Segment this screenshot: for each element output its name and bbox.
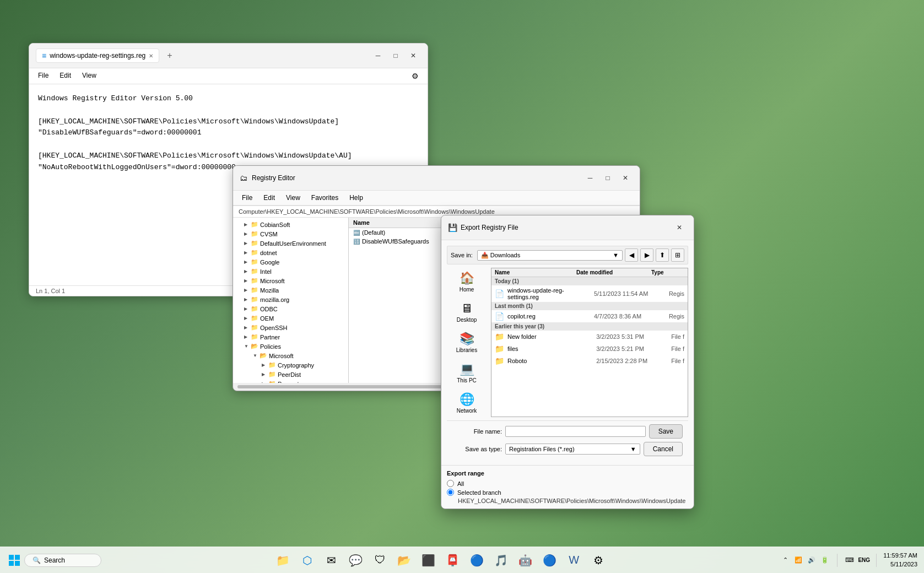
tree-item-cvsm[interactable]: ▶ 📁 CVSM — [233, 229, 348, 239]
taskbar-search[interactable]: 🔍 Search — [24, 554, 101, 567]
export-range-selected-radio[interactable] — [447, 489, 454, 496]
notepad-tab[interactable]: ≡ windows-update-reg-settings.reg ✕ — [36, 48, 159, 63]
tree-arrow-dotnet[interactable]: ▶ — [244, 250, 251, 255]
regedit-maximize-button[interactable]: □ — [600, 170, 615, 186]
taskbar-app-edge[interactable]: ⬡ — [296, 549, 318, 571]
tree-item-policies-microsoft[interactable]: ▼ 📂 Microsoft — [233, 351, 348, 360]
sidebar-nav-home[interactable]: 🏠 Home — [447, 268, 487, 296]
tray-volume-icon[interactable]: 🔊 — [806, 555, 817, 566]
taskbar-app-spotify[interactable]: 🎵 — [490, 549, 512, 571]
tree-item-odbc[interactable]: ▶ 📁 ODBC — [233, 304, 348, 313]
tree-item-partner[interactable]: ▶ 📁 Partner — [233, 332, 348, 342]
tree-item-peerdist[interactable]: ▶ 📁 PeerDist — [233, 370, 348, 379]
export-range-all-radio[interactable] — [447, 480, 454, 487]
regedit-menu-help[interactable]: Help — [345, 193, 368, 203]
export-save-button[interactable]: Save — [649, 424, 683, 439]
regedit-menu-view[interactable]: View — [282, 193, 305, 203]
taskbar-app-files2[interactable]: 📂 — [393, 549, 415, 571]
toolbar-up-button[interactable]: ⬆ — [656, 248, 669, 262]
notepad-maximize-button[interactable]: □ — [388, 48, 403, 63]
tree-arrow-cvsm[interactable]: ▶ — [244, 231, 251, 236]
sidebar-nav-network[interactable]: 🌐 Network — [447, 389, 487, 417]
notepad-minimize-button[interactable]: ─ — [370, 48, 386, 63]
save-as-type-dropdown[interactable]: Registration Files (*.reg) ▼ — [505, 444, 640, 455]
taskbar-app-teams[interactable]: 💬 — [345, 549, 367, 571]
notepad-new-tab[interactable]: + — [164, 50, 175, 62]
tree-arrow-policies-microsoft[interactable]: ▼ — [253, 353, 260, 358]
tree-item-google[interactable]: ▶ 📁 Google — [233, 257, 348, 267]
tree-arrow-partner[interactable]: ▶ — [244, 334, 251, 339]
tree-arrow-microsoft[interactable]: ▶ — [244, 278, 251, 283]
tray-wifi-icon[interactable]: 📶 — [793, 555, 804, 566]
file-row-1[interactable]: 📄 windows-update-reg-settings.reg 5/11/2… — [491, 285, 688, 302]
taskbar-app-copilot[interactable]: 🤖 — [515, 549, 537, 571]
export-range-selected-option[interactable]: Selected branch — [447, 489, 688, 496]
tree-arrow-openssh[interactable]: ▶ — [244, 325, 251, 330]
toolbar-forward-button[interactable]: ▶ — [640, 248, 653, 262]
taskbar-app-chrome[interactable]: 🔵 — [539, 549, 561, 571]
taskbar-app-outlook[interactable]: 📮 — [442, 549, 464, 571]
notepad-close-button[interactable]: ✕ — [406, 48, 421, 63]
tree-item-dotnet[interactable]: ▶ 📁 dotnet — [233, 248, 348, 257]
tree-item-peernet[interactable]: ▶ 📁 Peernet — [233, 379, 348, 383]
notepad-settings-button[interactable]: ⚙ — [407, 71, 423, 82]
tree-item-microsoft[interactable]: ▶ 📁 Microsoft — [233, 276, 348, 285]
notepad-tab-close[interactable]: ✕ — [149, 53, 153, 59]
tree-arrow-mozillaorg[interactable]: ▶ — [244, 297, 251, 302]
file-row-5[interactable]: 📁 Roboto 2/15/2023 2:28 PM File f — [491, 355, 688, 367]
start-button[interactable] — [4, 550, 24, 570]
tree-arrow-peerdist[interactable]: ▶ — [262, 372, 268, 377]
tree-arrow-intel[interactable]: ▶ — [244, 269, 251, 274]
tree-arrow-mozilla[interactable]: ▶ — [244, 288, 251, 293]
tree-item-mozillaorg[interactable]: ▶ 📁 mozilla.org — [233, 295, 348, 304]
tree-item-defaultuserenv[interactable]: ▶ 📁 DefaultUserEnvironment — [233, 239, 348, 248]
toolbar-views-button[interactable]: ⊞ — [671, 248, 684, 262]
taskbar-app-security[interactable]: 🛡 — [369, 549, 391, 571]
export-dialog-file-area[interactable]: Name Date modified Type Today (1) 📄 wind… — [491, 268, 688, 417]
sidebar-nav-libraries[interactable]: 📚 Libraries — [447, 328, 487, 356]
regedit-menu-favorites[interactable]: Favorites — [307, 193, 343, 203]
file-row-2[interactable]: 📄 copilot.reg 4/7/2023 8:36 AM Regis — [491, 310, 688, 322]
tray-battery-icon[interactable]: 🔋 — [819, 555, 830, 566]
tray-chevron-icon[interactable]: ⌃ — [780, 555, 791, 566]
export-cancel-button[interactable]: Cancel — [644, 442, 683, 456]
tree-item-intel[interactable]: ▶ 📁 Intel — [233, 267, 348, 276]
notepad-menu-file[interactable]: File — [34, 71, 53, 82]
taskbar-app-word[interactable]: W — [563, 549, 585, 571]
tray-language-label[interactable]: ENG — [858, 555, 869, 566]
file-row-4[interactable]: 📁 files 3/2/2023 5:21 PM File f — [491, 343, 688, 355]
regedit-tree-panel[interactable]: ▶ 📁 CobianSoft ▶ 📁 CVSM ▶ 📁 DefaultUserE… — [233, 218, 349, 383]
save-in-dropdown[interactable]: 📥 Downloads ▼ — [477, 250, 623, 261]
file-row-3[interactable]: 📁 New folder 3/2/2023 5:31 PM File f — [491, 331, 688, 343]
tree-arrow-defaultuserenv[interactable]: ▶ — [244, 241, 251, 246]
tree-arrow-odbc[interactable]: ▶ — [244, 306, 251, 311]
export-dialog-close-button[interactable]: ✕ — [672, 220, 687, 235]
sidebar-nav-thispc[interactable]: 💻 This PC — [447, 359, 487, 387]
taskbar-app-explorer[interactable]: 📁 — [272, 549, 294, 571]
file-name-input[interactable] — [505, 426, 646, 437]
tray-keyboard-icon[interactable]: ⌨ — [844, 555, 855, 566]
regedit-menu-file[interactable]: File — [237, 193, 257, 203]
notepad-menu-edit[interactable]: Edit — [55, 71, 75, 82]
taskbar-app-devtools[interactable]: ⚙ — [587, 549, 609, 571]
tree-item-policies[interactable]: ▼ 📂 Policies — [233, 342, 348, 351]
tree-arrow-oem[interactable]: ▶ — [244, 316, 251, 321]
tree-item-cobiansoft[interactable]: ▶ 📁 CobianSoft — [233, 220, 348, 229]
tree-arrow-policies[interactable]: ▼ — [244, 344, 251, 349]
sidebar-nav-desktop[interactable]: 🖥 Desktop — [447, 298, 487, 326]
regedit-menu-edit[interactable]: Edit — [259, 193, 279, 203]
toolbar-back-button[interactable]: ◀ — [625, 248, 638, 262]
system-clock[interactable]: 11:59:57 AM 5/11/2023 — [883, 552, 917, 569]
regedit-minimize-button[interactable]: ─ — [582, 170, 598, 186]
tree-item-openssh[interactable]: ▶ 📁 OpenSSH — [233, 323, 348, 332]
regedit-close-button[interactable]: ✕ — [618, 170, 633, 186]
export-range-all-option[interactable]: All — [447, 480, 688, 487]
notepad-menu-view[interactable]: View — [78, 71, 101, 82]
tree-arrow-cryptography[interactable]: ▶ — [262, 363, 268, 367]
taskbar-app-terminal[interactable]: ⬛ — [418, 549, 440, 571]
tree-arrow-cobiansoft[interactable]: ▶ — [244, 222, 251, 227]
tree-item-oem[interactable]: ▶ 📁 OEM — [233, 313, 348, 323]
tree-item-cryptography[interactable]: ▶ 📁 Cryptography — [233, 360, 348, 370]
tree-arrow-google[interactable]: ▶ — [244, 260, 251, 264]
tree-item-mozilla[interactable]: ▶ 📁 Mozilla — [233, 285, 348, 295]
